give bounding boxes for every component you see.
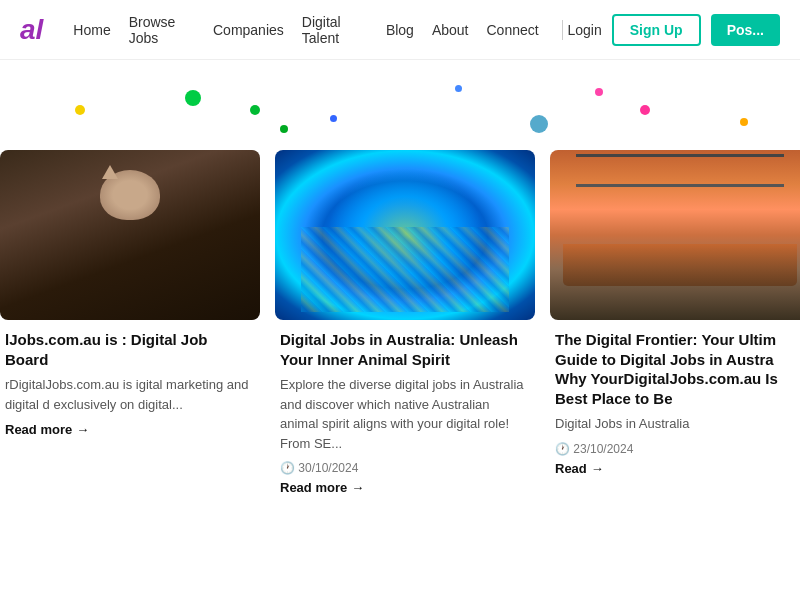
decorative-dot xyxy=(455,85,462,92)
card-image xyxy=(550,150,800,320)
post-button[interactable]: Pos... xyxy=(711,14,780,46)
cards-section: lJobs.com.au is : Digital Job Board rDig… xyxy=(0,140,800,500)
decorative-dot xyxy=(595,88,603,96)
decorative-dot xyxy=(185,90,201,106)
nav-home[interactable]: Home xyxy=(73,22,110,38)
blog-card[interactable]: Digital Jobs in Australia: Unleash Your … xyxy=(275,150,535,500)
decorative-dot xyxy=(75,105,85,115)
card-body: lJobs.com.au is : Digital Job Board rDig… xyxy=(0,320,260,442)
card-title: lJobs.com.au is : Digital Job Board xyxy=(5,330,255,369)
card-title: The Digital Frontier: Your Ultim Guide t… xyxy=(555,330,800,408)
blog-card[interactable]: The Digital Frontier: Your Ultim Guide t… xyxy=(550,150,800,500)
card-excerpt: Explore the diverse digital jobs in Aust… xyxy=(280,375,530,453)
card-thumbnail xyxy=(550,150,800,320)
decorative-dot xyxy=(740,118,748,126)
logo[interactable]: al xyxy=(20,14,43,46)
card-title: Digital Jobs in Australia: Unleash Your … xyxy=(280,330,530,369)
nav-digital-talent[interactable]: Digital Talent xyxy=(302,14,368,46)
login-button[interactable]: Login xyxy=(567,22,601,38)
decorative-dot xyxy=(640,105,650,115)
card-date: 🕐 30/10/2024 xyxy=(280,461,530,475)
read-more-link[interactable]: Read more xyxy=(5,422,255,437)
signup-button[interactable]: Sign Up xyxy=(612,14,701,46)
header: al Home Browse Jobs Companies Digital Ta… xyxy=(0,0,800,60)
card-body: The Digital Frontier: Your Ultim Guide t… xyxy=(550,320,800,481)
nav-connect[interactable]: Connect xyxy=(487,22,539,38)
card-image xyxy=(0,150,260,320)
blog-card[interactable]: lJobs.com.au is : Digital Job Board rDig… xyxy=(0,150,260,500)
card-excerpt: Digital Jobs in Australia xyxy=(555,414,800,434)
card-body: Digital Jobs in Australia: Unleash Your … xyxy=(275,320,535,500)
decorative-dot xyxy=(280,125,288,133)
card-image xyxy=(275,150,535,320)
read-more-link[interactable]: Read xyxy=(555,461,800,476)
read-more-link[interactable]: Read more xyxy=(280,480,530,495)
decorative-dot xyxy=(330,115,337,122)
decorative-dot xyxy=(530,115,548,133)
nav-blog[interactable]: Blog xyxy=(386,22,414,38)
nav-browse-jobs[interactable]: Browse Jobs xyxy=(129,14,195,46)
card-thumbnail xyxy=(0,150,260,320)
header-actions: Login Sign Up Pos... xyxy=(567,14,780,46)
nav-companies[interactable]: Companies xyxy=(213,22,284,38)
card-thumbnail xyxy=(275,150,535,320)
card-date: 🕐 23/10/2024 xyxy=(555,442,800,456)
card-excerpt: rDigitalJobs.com.au is igital marketing … xyxy=(5,375,255,414)
dots-section xyxy=(0,60,800,140)
nav-about[interactable]: About xyxy=(432,22,469,38)
decorative-dot xyxy=(250,105,260,115)
nav-divider xyxy=(562,20,563,40)
main-nav: Home Browse Jobs Companies Digital Talen… xyxy=(73,14,567,46)
